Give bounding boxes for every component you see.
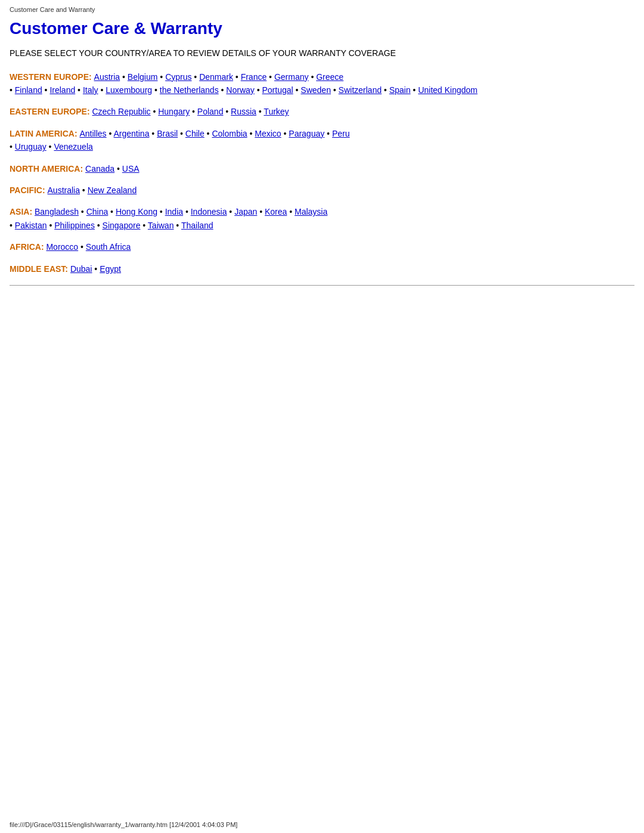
country-link-venezuela[interactable]: Venezuela bbox=[54, 142, 92, 151]
region-asia: ASIA: Bangladesh • China • Hong Kong • I… bbox=[10, 205, 634, 232]
country-link-finland[interactable]: Finland bbox=[15, 85, 42, 95]
country-link-chile[interactable]: Chile bbox=[185, 129, 205, 138]
country-link-france[interactable]: France bbox=[241, 72, 267, 82]
country-link-taiwan[interactable]: Taiwan bbox=[148, 221, 174, 230]
country-link-italy[interactable]: Italy bbox=[83, 85, 98, 95]
region-label-western-europe: WESTERN EUROPE: bbox=[10, 72, 94, 82]
country-link-colombia[interactable]: Colombia bbox=[212, 129, 247, 138]
country-link-hong-kong[interactable]: Hong Kong bbox=[116, 207, 157, 216]
country-link-mexico[interactable]: Mexico bbox=[255, 129, 281, 138]
country-link-australia[interactable]: Australia bbox=[48, 185, 80, 195]
country-link-malaysia[interactable]: Malaysia bbox=[295, 207, 327, 216]
country-link-switzerland[interactable]: Switzerland bbox=[339, 85, 382, 95]
country-link-dubai[interactable]: Dubai bbox=[70, 264, 92, 274]
region-africa: AFRICA: Morocco • South Africa bbox=[10, 240, 634, 253]
country-link-poland[interactable]: Poland bbox=[197, 107, 224, 116]
region-latin-america: LATIN AMERICA: Antilles • Argentina • Br… bbox=[10, 127, 634, 154]
country-link-the-netherlands[interactable]: the Netherlands bbox=[160, 85, 219, 95]
country-link-austria[interactable]: Austria bbox=[94, 72, 120, 82]
regions-container: WESTERN EUROPE: Austria • Belgium • Cypr… bbox=[10, 70, 634, 275]
country-link-peru[interactable]: Peru bbox=[332, 129, 350, 138]
country-link-indonesia[interactable]: Indonesia bbox=[191, 207, 227, 216]
country-link-pakistan[interactable]: Pakistan bbox=[15, 221, 47, 230]
region-label-north-america: NORTH AMERICA: bbox=[10, 164, 85, 174]
subtitle: PLEASE SELECT YOUR COUNTRY/AREA TO REVIE… bbox=[10, 48, 634, 60]
region-western-europe: WESTERN EUROPE: Austria • Belgium • Cypr… bbox=[10, 70, 634, 97]
country-link-korea[interactable]: Korea bbox=[265, 207, 287, 216]
country-link-greece[interactable]: Greece bbox=[316, 72, 343, 82]
region-eastern-europe: EASTERN EUROPE: Czech Republic • Hungary… bbox=[10, 105, 634, 118]
country-link-denmark[interactable]: Denmark bbox=[199, 72, 233, 82]
browser-tab: Customer Care and Warranty bbox=[10, 5, 634, 14]
region-label-africa: AFRICA: bbox=[10, 242, 46, 252]
country-link-philippines[interactable]: Philippines bbox=[54, 221, 95, 230]
country-link-bangladesh[interactable]: Bangladesh bbox=[35, 207, 79, 216]
country-link-hungary[interactable]: Hungary bbox=[158, 107, 190, 116]
country-link-turkey[interactable]: Turkey bbox=[264, 107, 289, 116]
country-link-norway[interactable]: Norway bbox=[226, 85, 254, 95]
page-title: Customer Care & Warranty bbox=[10, 19, 634, 38]
country-link-argentina[interactable]: Argentina bbox=[114, 129, 150, 138]
region-label-eastern-europe: EASTERN EUROPE: bbox=[10, 107, 92, 116]
country-link-sweden[interactable]: Sweden bbox=[301, 85, 331, 95]
country-link-india[interactable]: India bbox=[165, 207, 183, 216]
country-link-czech-republic[interactable]: Czech Republic bbox=[92, 107, 150, 116]
region-middle-east: MIDDLE EAST: Dubai • Egypt bbox=[10, 262, 634, 275]
region-label-latin-america: LATIN AMERICA: bbox=[10, 129, 79, 138]
country-link-china[interactable]: China bbox=[86, 207, 109, 216]
country-link-singapore[interactable]: Singapore bbox=[103, 221, 141, 230]
country-link-spain[interactable]: Spain bbox=[389, 85, 411, 95]
country-link-portugal[interactable]: Portugal bbox=[262, 85, 293, 95]
country-link-thailand[interactable]: Thailand bbox=[181, 221, 213, 230]
country-link-canada[interactable]: Canada bbox=[85, 164, 114, 174]
country-link-ireland[interactable]: Ireland bbox=[49, 85, 75, 95]
country-link-brasil[interactable]: Brasil bbox=[157, 129, 178, 138]
country-link-japan[interactable]: Japan bbox=[234, 207, 257, 216]
country-link-morocco[interactable]: Morocco bbox=[46, 242, 78, 252]
separator bbox=[10, 285, 634, 286]
country-link-germany[interactable]: Germany bbox=[274, 72, 309, 82]
country-link-south-africa[interactable]: South Africa bbox=[86, 242, 131, 252]
region-label-pacific: PACIFIC: bbox=[10, 185, 48, 195]
country-link-egypt[interactable]: Egypt bbox=[100, 264, 121, 274]
country-link-new-zealand[interactable]: New Zealand bbox=[88, 185, 137, 195]
region-label-asia: ASIA: bbox=[10, 207, 35, 216]
country-link-paraguay[interactable]: Paraguay bbox=[289, 129, 324, 138]
country-link-united-kingdom[interactable]: United Kingdom bbox=[418, 85, 478, 95]
country-link-antilles[interactable]: Antilles bbox=[79, 129, 106, 138]
region-pacific: PACIFIC: Australia • New Zealand bbox=[10, 184, 634, 197]
country-link-luxembourg[interactable]: Luxembourg bbox=[106, 85, 152, 95]
country-link-russia[interactable]: Russia bbox=[231, 107, 256, 116]
country-link-cyprus[interactable]: Cyprus bbox=[165, 72, 191, 82]
country-link-belgium[interactable]: Belgium bbox=[128, 72, 158, 82]
region-north-america: NORTH AMERICA: Canada • USA bbox=[10, 162, 634, 175]
country-link-usa[interactable]: USA bbox=[122, 164, 140, 174]
country-link-uruguay[interactable]: Uruguay bbox=[15, 142, 47, 151]
region-label-middle-east: MIDDLE EAST: bbox=[10, 264, 70, 274]
